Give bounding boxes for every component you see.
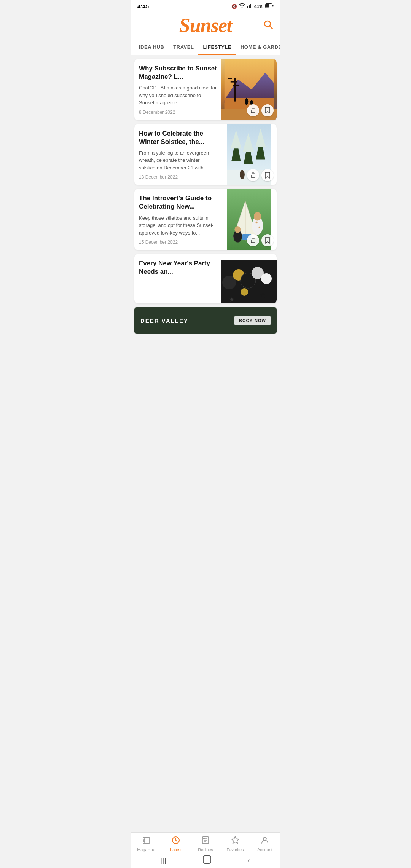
svg-rect-0 <box>247 6 248 8</box>
article-card[interactable]: Every New Year's Party Needs an... ★ ★ <box>134 254 277 303</box>
svg-rect-15 <box>233 85 239 86</box>
nav-home-garden[interactable]: HOME & GARDEN <box>236 40 280 55</box>
nav-idea-hub[interactable]: IDEA HUB <box>134 40 169 55</box>
battery-text: 41% <box>254 4 263 9</box>
article-title: Every New Year's Party Needs an... <box>139 259 217 276</box>
article-title: How to Celebrate the Winter Solstice, th… <box>139 129 217 146</box>
bookmark-button[interactable] <box>261 169 274 181</box>
share-button[interactable] <box>247 169 259 181</box>
svg-point-26 <box>240 170 245 179</box>
article-date: 8 December 2022 <box>139 110 217 115</box>
svg-rect-3 <box>252 3 252 8</box>
app-logo: Sunset <box>179 14 232 37</box>
article-desc: Keep those stilettos and suits in storag… <box>139 214 217 237</box>
bookmark-button[interactable] <box>261 104 274 116</box>
article-desc: From a yule log to an evergreen wreath, … <box>139 149 217 172</box>
article-date: 13 December 2022 <box>139 174 217 180</box>
svg-point-35 <box>234 226 241 233</box>
share-button[interactable] <box>247 104 259 116</box>
svg-rect-2 <box>250 4 251 8</box>
category-nav: IDEA HUB TRAVEL LIFESTYLE HOME & GARDEN … <box>131 40 280 55</box>
nav-travel[interactable]: TRAVEL <box>169 40 198 55</box>
svg-rect-13 <box>231 81 237 83</box>
article-actions <box>247 104 274 116</box>
share-button[interactable] <box>247 234 259 246</box>
article-actions <box>247 169 274 181</box>
article-image-wrap: ★ ★ <box>221 254 277 303</box>
article-title: Why Subscribe to Sunset Magazine? L... <box>139 64 217 81</box>
wifi-icon <box>239 3 245 10</box>
article-card[interactable]: The Introvert's Guide to Celebrating New… <box>134 189 277 250</box>
status-time: 4:45 <box>137 3 149 10</box>
svg-text:✦: ✦ <box>258 226 261 230</box>
signal-icon <box>247 3 252 10</box>
svg-rect-6 <box>272 5 274 7</box>
search-button[interactable] <box>263 19 274 32</box>
mute-icon: 🔇 <box>231 4 237 9</box>
ad-cta-button[interactable]: BOOK NOW <box>234 316 271 325</box>
app-header: Sunset <box>131 11 280 40</box>
article-text: Why Subscribe to Sunset Magazine? L... C… <box>134 59 221 120</box>
article-image-wrap <box>221 124 277 185</box>
battery-icon <box>265 3 274 9</box>
status-icons: 🔇 41% <box>231 3 274 10</box>
svg-text:★: ★ <box>260 291 266 299</box>
svg-text:★: ★ <box>229 296 234 303</box>
article-text: The Introvert's Guide to Celebrating New… <box>134 189 221 250</box>
svg-point-31 <box>254 212 261 220</box>
article-text: Every New Year's Party Needs an... <box>134 254 221 303</box>
articles-list: Why Subscribe to Sunset Magazine? L... C… <box>131 55 280 307</box>
article-image-wrap <box>221 59 277 120</box>
status-bar: 4:45 🔇 41% <box>131 0 280 11</box>
svg-rect-5 <box>266 4 269 8</box>
article-card[interactable]: How to Celebrate the Winter Solstice, th… <box>134 124 277 185</box>
article-date: 15 December 2022 <box>139 239 217 245</box>
ad-banner[interactable]: DEER VALLEY BOOK NOW <box>134 307 277 334</box>
article-card[interactable]: Why Subscribe to Sunset Magazine? L... C… <box>134 59 277 120</box>
bookmark-button[interactable] <box>261 234 274 246</box>
article-desc: ChatGPT AI makes a good case for why you… <box>139 84 217 107</box>
svg-rect-1 <box>249 5 250 8</box>
ad-text: DEER VALLEY <box>140 318 188 324</box>
article-text: How to Celebrate the Winter Solstice, th… <box>134 124 221 185</box>
article-image-wrap: ✦ ✦ <box>221 189 277 250</box>
svg-rect-14 <box>228 78 232 79</box>
article-title: The Introvert's Guide to Celebrating New… <box>139 194 217 211</box>
svg-point-42 <box>261 273 272 284</box>
article-actions <box>247 234 274 246</box>
svg-point-45 <box>241 288 248 296</box>
svg-line-8 <box>270 26 272 29</box>
nav-lifestyle[interactable]: LIFESTYLE <box>198 40 236 55</box>
svg-text:✦: ✦ <box>255 221 258 225</box>
